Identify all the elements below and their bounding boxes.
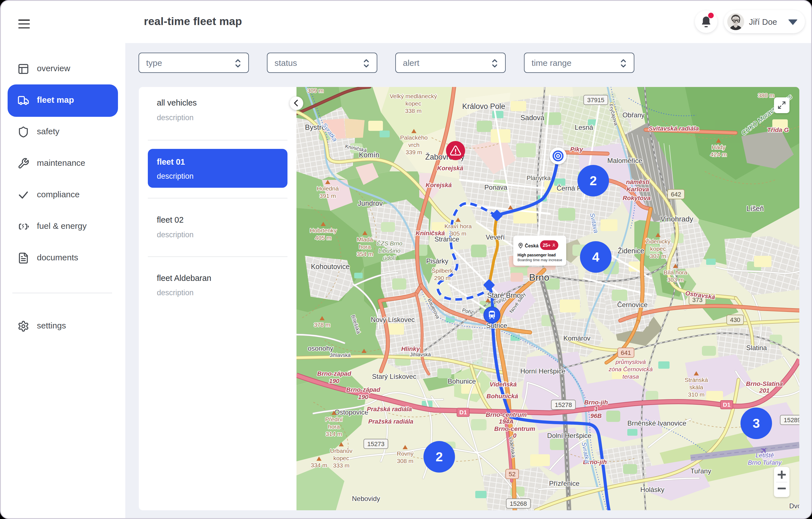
svg-text:Ostopovice: Ostopovice: [335, 408, 368, 416]
svg-text:Brno-jih: Brno-jih: [584, 399, 608, 406]
svg-text:ČZS Brno: ČZS Brno: [376, 240, 403, 247]
svg-text:Veveří: Veveří: [486, 233, 505, 241]
svg-text:Urbanův: Urbanův: [330, 448, 352, 454]
svg-text:Brno: Brno: [529, 272, 549, 282]
svg-text:190: 190: [358, 394, 369, 400]
svg-text:Hlinky: Hlinky: [401, 345, 420, 353]
svg-text:37915: 37915: [587, 96, 604, 103]
svg-text:201: 201: [759, 387, 770, 394]
svg-text:Pražská radiála: Pražská radiála: [367, 405, 412, 413]
svg-text:310 m: 310 m: [688, 391, 704, 398]
svg-text:194A: 194A: [499, 418, 514, 425]
svg-text:430: 430: [730, 316, 741, 324]
svg-text:354 m: 354 m: [357, 251, 373, 257]
svg-text:Hobrtenky: Hobrtenky: [310, 227, 337, 234]
svg-text:osonohy: osonohy: [308, 344, 334, 352]
svg-text:Jihlavská: Jihlavská: [330, 353, 351, 358]
svg-text:405 m: 405 m: [315, 235, 331, 241]
svg-text:hora: hora: [359, 243, 371, 250]
svg-text:Brno-Slatina: Brno-Slatina: [746, 380, 783, 387]
svg-text:zóna Černovická: zóna Černovická: [608, 366, 653, 372]
svg-text:314 m: 314 m: [326, 431, 342, 437]
svg-text:Černá P: Černá P: [557, 184, 581, 192]
svg-text:Židenický: Židenický: [646, 238, 671, 245]
svg-text:Nebovidy: Nebovidy: [352, 495, 380, 502]
svg-text:Dolní Heršpice: Dolní Heršpice: [547, 432, 591, 439]
svg-text:Brno-západ: Brno-západ: [346, 386, 381, 393]
svg-text:290 m: 290 m: [434, 275, 451, 281]
svg-text:Ponava: Ponava: [484, 184, 508, 191]
svg-text:15273: 15273: [367, 440, 384, 448]
svg-text:96B: 96B: [590, 412, 602, 419]
svg-text:1: 1: [594, 405, 598, 413]
svg-text:hora: hora: [328, 423, 340, 430]
svg-text:15268: 15268: [510, 500, 527, 507]
svg-text:303 m: 303 m: [667, 276, 684, 283]
svg-text:kopec: kopec: [334, 455, 349, 461]
svg-text:Vinohrady: Vinohrady: [661, 215, 693, 223]
svg-text:334 m: 334 m: [311, 462, 327, 468]
svg-text:Kníničská: Kníničská: [415, 230, 445, 237]
svg-text:Holásky: Holásky: [640, 486, 664, 493]
svg-text:Nový Lískovec: Nový Lískovec: [371, 316, 415, 324]
svg-text:333 m: 333 m: [333, 462, 349, 469]
svg-text:Židenice: Židenice: [618, 247, 644, 255]
svg-text:Rokytova: Rokytova: [622, 194, 650, 202]
svg-text:338 m: 338 m: [405, 108, 422, 114]
svg-text:D1: D1: [460, 409, 467, 416]
svg-text:Maloměřice: Maloměřice: [607, 157, 642, 164]
svg-text:190: 190: [329, 377, 340, 385]
svg-text:Kraví hora: Kraví hora: [444, 223, 472, 230]
svg-text:15278: 15278: [555, 401, 572, 408]
svg-text:Jihlavská: Jihlavská: [410, 352, 431, 358]
svg-text:308 m: 308 m: [397, 458, 413, 464]
svg-text:Komárov: Komárov: [563, 334, 590, 342]
svg-text:Dvors: Dvors: [789, 502, 799, 510]
svg-text:Mladá: Mladá: [357, 236, 373, 243]
svg-text:Korejská: Korejská: [426, 182, 452, 189]
svg-text:Brno-centrum: Brno-centrum: [486, 411, 526, 418]
svg-text:Starý Lískovec: Starý Lískovec: [372, 373, 416, 380]
svg-text:Libušino: Libušino: [378, 247, 401, 254]
svg-text:kopec: kopec: [650, 245, 666, 252]
svg-text:Planýrka: Planýrka: [526, 175, 551, 182]
svg-text:Obřany: Obřany: [622, 111, 645, 119]
svg-text:Bílá hora: Bílá hora: [664, 269, 687, 276]
svg-text:Holedná: Holedná: [317, 185, 339, 192]
svg-text:terasa: terasa: [622, 373, 639, 380]
svg-text:391 m: 391 m: [320, 192, 336, 199]
svg-text:307 m: 307 m: [650, 253, 666, 259]
svg-text:Líšeň: Líšeň: [746, 205, 763, 213]
svg-text:Velký medlánecký: Velký medlánecký: [390, 93, 437, 99]
svg-text:Špilberk: Špilberk: [432, 267, 453, 274]
svg-text:380 m: 380 m: [758, 92, 774, 98]
svg-text:642: 642: [671, 191, 682, 198]
svg-text:Karlova: Karlova: [627, 186, 649, 193]
svg-text:Třída G: Třída G: [767, 126, 789, 133]
svg-text:Pražská radiála: Pražská radiála: [368, 418, 413, 425]
svg-text:vrch: vrch: [408, 142, 419, 148]
svg-text:Brno-západ: Brno-západ: [317, 370, 352, 377]
svg-text:náměstí: náměstí: [626, 178, 650, 185]
svg-text:Bohunice: Bohunice: [448, 377, 476, 385]
svg-text:Brno Tuřany: Brno Tuřany: [748, 459, 782, 466]
svg-text:Brněnské Ivanovice: Brněnské Ivanovice: [627, 419, 686, 427]
svg-text:52: 52: [509, 470, 516, 478]
svg-text:Hády: Hády: [712, 144, 726, 150]
svg-text:údolí: údolí: [383, 255, 397, 261]
svg-text:Královo Pole: Královo Pole: [462, 102, 505, 111]
svg-text:Přízřenice: Přízřenice: [549, 480, 579, 487]
svg-text:Vídeňská: Vídeňská: [490, 381, 517, 388]
svg-text:průmyslová: průmyslová: [615, 359, 646, 365]
svg-text:424 m: 424 m: [710, 151, 727, 158]
svg-text:Lesná: Lesná: [575, 124, 593, 131]
svg-text:378 m: 378 m: [314, 322, 330, 328]
svg-text:Píky: Píky: [570, 146, 583, 153]
svg-text:Horní Heršpice: Horní Heršpice: [520, 367, 566, 375]
svg-text:Sadová: Sadová: [521, 114, 545, 122]
svg-text:skála: skála: [689, 384, 703, 390]
svg-text:15289: 15289: [784, 417, 799, 424]
svg-text:Tuřany: Tuřany: [690, 467, 711, 475]
svg-text:Jundrov: Jundrov: [358, 199, 383, 207]
svg-text:Pisárky: Pisárky: [426, 257, 448, 265]
